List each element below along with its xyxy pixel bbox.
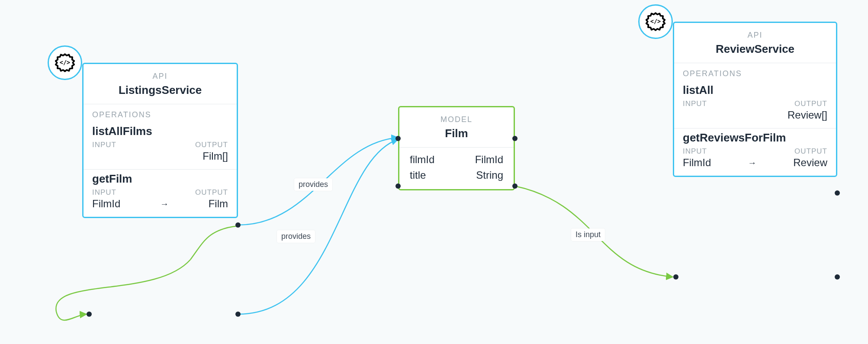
operation-output-value: Review[] [788, 109, 827, 121]
operation-list-all[interactable]: listAll INPUT OUTPUT Review[] [674, 81, 836, 129]
port[interactable] [512, 183, 518, 189]
operation-get-reviews-for-film[interactable]: getReviewsForFilm INPUT OUTPUT FilmId → … [674, 129, 836, 176]
port[interactable] [512, 136, 518, 141]
output-label: OUTPUT [794, 100, 827, 108]
port[interactable] [235, 312, 241, 317]
operation-get-film[interactable]: getFilm INPUT OUTPUT FilmId → Film [84, 170, 237, 217]
operation-list-all-films[interactable]: listAllFilms INPUT OUTPUT Film[] [84, 122, 237, 170]
port[interactable] [395, 183, 401, 189]
node-header: MODEL Film [399, 107, 514, 148]
svg-text:</>: </> [60, 59, 70, 66]
field-type: String [476, 169, 503, 181]
operation-name: listAllFilms [92, 124, 228, 141]
node-title: Film [404, 127, 509, 140]
input-label: INPUT [92, 141, 116, 149]
operation-name: getReviewsForFilm [683, 130, 827, 147]
api-node-listings[interactable]: API ListingsService OPERATIONS listAllFi… [82, 63, 238, 218]
operations-label: OPERATIONS [84, 104, 237, 122]
input-label: INPUT [92, 188, 116, 197]
node-header: API ReviewService [674, 23, 836, 63]
node-header: API ListingsService [84, 64, 237, 104]
operation-output-value: Film[] [203, 150, 228, 162]
port[interactable] [87, 312, 92, 317]
edge-label-provides: provides [294, 178, 332, 191]
operation-output-value: Film [209, 198, 228, 210]
field-type: FilmId [475, 154, 503, 166]
port[interactable] [395, 136, 401, 141]
output-label: OUTPUT [794, 147, 827, 156]
output-label: OUTPUT [195, 188, 228, 197]
operation-name: getFilm [92, 171, 228, 188]
svg-text:</>: </> [650, 18, 661, 25]
port[interactable] [235, 222, 241, 228]
model-node-film[interactable]: MODEL Film filmId FilmId title String [398, 106, 515, 190]
model-field-row: title String [399, 167, 514, 183]
edge-label-is-input: Is input [571, 228, 605, 241]
operation-output-value: Review [793, 157, 827, 169]
port[interactable] [835, 274, 840, 280]
node-kind-label: API [88, 72, 232, 81]
gear-icon: </> [48, 45, 82, 80]
operations-label: OPERATIONS [674, 63, 836, 81]
node-title: ListingsService [88, 84, 232, 97]
port[interactable] [673, 274, 678, 280]
input-label: INPUT [683, 147, 707, 156]
port[interactable] [835, 190, 840, 196]
output-label: OUTPUT [195, 141, 228, 149]
node-title: ReviewService [678, 42, 832, 56]
arrow-icon: → [748, 158, 756, 168]
gear-icon: </> [638, 4, 673, 39]
operation-input-value: FilmId [683, 157, 711, 169]
node-kind-label: MODEL [404, 115, 509, 124]
input-label: INPUT [683, 100, 707, 108]
operation-name: listAll [683, 83, 827, 100]
api-node-review[interactable]: API ReviewService OPERATIONS listAll INP… [673, 22, 837, 177]
field-name: filmId [410, 154, 434, 166]
operation-input-value: FilmId [92, 198, 120, 210]
field-name: title [410, 169, 426, 181]
node-kind-label: API [678, 31, 832, 40]
arrow-icon: → [160, 199, 169, 209]
edge-label-provides: provides [277, 230, 315, 243]
model-field-row: filmId FilmId [399, 152, 514, 167]
